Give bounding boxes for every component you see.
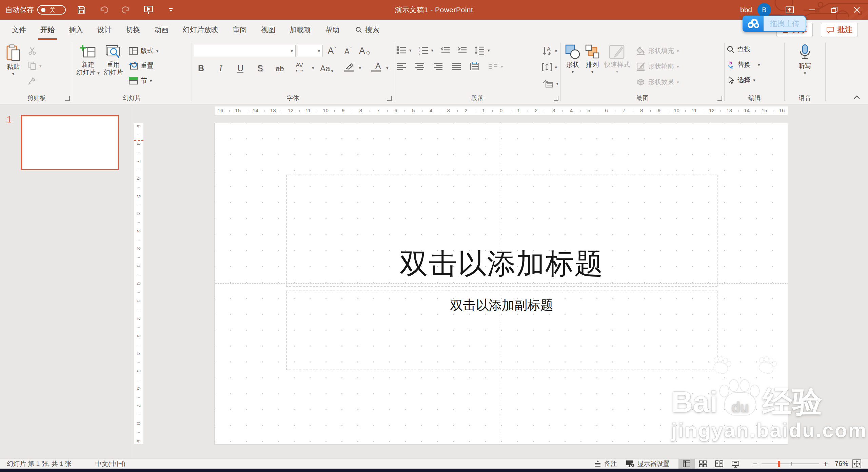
title-placeholder[interactable]: 双击以添加标题 — [286, 175, 717, 287]
zoom-slider[interactable] — [762, 460, 819, 467]
line-spacing-icon — [474, 46, 485, 55]
tab-insert[interactable]: 插入 — [62, 20, 90, 40]
notes-button[interactable]: 备注 — [594, 459, 617, 468]
find-button[interactable]: 查找 — [727, 43, 750, 56]
autosave-toggle[interactable]: 关 — [37, 5, 66, 15]
tab-home[interactable]: 开始 — [33, 20, 62, 40]
justify-button[interactable] — [451, 60, 461, 73]
fit-slide-to-window-icon[interactable] — [852, 459, 861, 468]
cut-button[interactable] — [28, 45, 42, 57]
ruler-number: 14 — [253, 107, 258, 113]
customize-qat-button[interactable] — [164, 3, 178, 17]
slide-thumbnail-panel[interactable]: 1 — [0, 105, 132, 458]
underline-button[interactable]: U — [233, 61, 248, 75]
character-spacing-button[interactable]: AV⇠⇢ — [292, 61, 307, 75]
netdisk-upload-widget[interactable]: 拖拽上传 — [743, 16, 806, 32]
vertical-ruler[interactable]: 9876543210123456789 — [134, 123, 143, 444]
align-text-button[interactable]: ▾ — [542, 61, 558, 73]
redo-button[interactable] — [119, 3, 133, 17]
dictate-button[interactable]: 听写 ▾ — [795, 43, 814, 75]
normal-view-button[interactable] — [678, 459, 695, 469]
shape-outline-button[interactable]: 形状轮廓▾ — [636, 60, 679, 73]
bullets-button[interactable]: ▾ — [396, 44, 412, 56]
ruler-tick — [422, 110, 422, 112]
decrease-indent-button[interactable] — [440, 44, 450, 56]
undo-button[interactable] — [97, 3, 111, 17]
tab-help[interactable]: 帮助 — [318, 20, 347, 40]
align-right-icon — [433, 62, 443, 71]
tab-slideshow[interactable]: 幻灯片放映 — [176, 20, 225, 40]
font-name-combo[interactable]: ▾ — [194, 45, 296, 57]
highlight-color-bar — [344, 70, 354, 72]
slide-sorter-view-button[interactable] — [695, 459, 711, 469]
tab-review[interactable]: 审阅 — [225, 20, 254, 40]
text-direction-button[interactable]: A ▾ — [542, 45, 558, 57]
strikethrough-button[interactable]: ab — [273, 61, 287, 75]
line-spacing-button[interactable]: ▾ — [474, 44, 490, 56]
section-button[interactable]: 节▾ — [129, 75, 159, 87]
avatar[interactable]: B — [757, 3, 771, 17]
tab-file[interactable]: 文件 — [5, 20, 33, 40]
format-painter-button[interactable] — [28, 75, 42, 87]
horizontal-ruler[interactable]: 1615141312111098765432101234567891011121… — [215, 106, 788, 115]
change-case-button[interactable]: Aa▾ — [320, 61, 334, 75]
increase-font-button[interactable]: Aˆ — [325, 44, 339, 58]
collapse-ribbon-button[interactable] — [853, 95, 861, 100]
search-box[interactable]: 搜索 — [355, 20, 379, 40]
tab-animations[interactable]: 动画 — [147, 20, 176, 40]
font-color-button[interactable]: A — [367, 61, 381, 75]
save-button[interactable] — [75, 3, 88, 17]
zoom-slider-thumb[interactable] — [778, 461, 780, 467]
highlight-color-button[interactable] — [339, 61, 354, 75]
reset-button[interactable]: 重置 — [129, 60, 159, 72]
numbering-button[interactable]: 123 ▾ — [418, 44, 434, 56]
start-slideshow-button[interactable] — [142, 3, 155, 17]
zoom-percentage[interactable]: 76% — [832, 460, 848, 468]
user-name[interactable]: bbd — [740, 6, 752, 14]
restore-button[interactable] — [823, 0, 846, 20]
paste-button[interactable]: 粘贴 ▾ — [3, 43, 23, 76]
increase-indent-button[interactable] — [457, 44, 467, 56]
italic-button[interactable]: I — [214, 61, 228, 75]
reading-view-button[interactable] — [711, 459, 727, 469]
align-center-button[interactable] — [415, 60, 425, 73]
copy-button[interactable]: ▾ — [28, 60, 42, 72]
align-left-button[interactable] — [396, 60, 407, 73]
display-settings-button[interactable]: 显示器设置 — [626, 459, 670, 468]
slideshow-view-button[interactable] — [727, 459, 744, 469]
drawing-dialog-launcher[interactable] — [717, 96, 722, 101]
align-right-button[interactable] — [433, 60, 443, 73]
shapes-button[interactable]: 形状 ▾ — [563, 43, 583, 74]
new-slide-button[interactable]: 新建 幻灯片 ▾ — [74, 43, 102, 76]
columns-button[interactable]: ▾ — [488, 60, 503, 73]
quick-styles-button[interactable]: 快速样式 ▾ — [602, 43, 632, 74]
subtitle-placeholder[interactable]: 双击以添加副标题 — [286, 291, 717, 370]
distribute-columns-button[interactable] — [470, 60, 480, 73]
slide-thumbnail[interactable] — [21, 115, 119, 170]
paragraph-dialog-launcher[interactable] — [554, 96, 558, 101]
font-dialog-launcher[interactable] — [387, 96, 392, 101]
text-shadow-button[interactable]: S — [253, 61, 267, 75]
tab-transitions[interactable]: 切换 — [119, 20, 147, 40]
replace-button[interactable]: b c 替换 ▾ — [727, 59, 760, 71]
arrange-button[interactable]: 排列 ▾ — [583, 43, 602, 74]
layout-button[interactable]: 版式▾ — [129, 45, 159, 57]
select-button[interactable]: 选择 ▾ — [727, 74, 755, 86]
tab-addins[interactable]: 加载项 — [282, 20, 318, 40]
shape-effects-button[interactable]: 形状效果▾ — [636, 76, 679, 88]
decrease-font-button[interactable]: Aˇ — [341, 44, 355, 58]
clear-formatting-button[interactable]: A◇ — [357, 44, 372, 58]
language-indicator[interactable]: 中文(中国) — [95, 459, 125, 468]
shape-fill-button[interactable]: 形状填充▾ — [636, 45, 679, 57]
close-button[interactable] — [846, 0, 868, 20]
comments-button[interactable]: 批注 — [821, 23, 858, 37]
tab-view[interactable]: 视图 — [254, 20, 282, 40]
convert-smartart-button[interactable]: ▾ — [542, 77, 558, 90]
tab-design[interactable]: 设计 — [90, 20, 119, 40]
font-size-combo[interactable]: ▾ — [298, 45, 323, 57]
slide-canvas[interactable]: 双击以添加标题 双击以添加副标题 — [215, 123, 788, 444]
clipboard-dialog-launcher[interactable] — [65, 96, 70, 101]
autosave-control[interactable]: 自动保存 关 — [5, 5, 66, 15]
reuse-slides-button[interactable]: 重用幻灯片 — [102, 43, 125, 76]
bold-button[interactable]: B — [194, 61, 208, 75]
